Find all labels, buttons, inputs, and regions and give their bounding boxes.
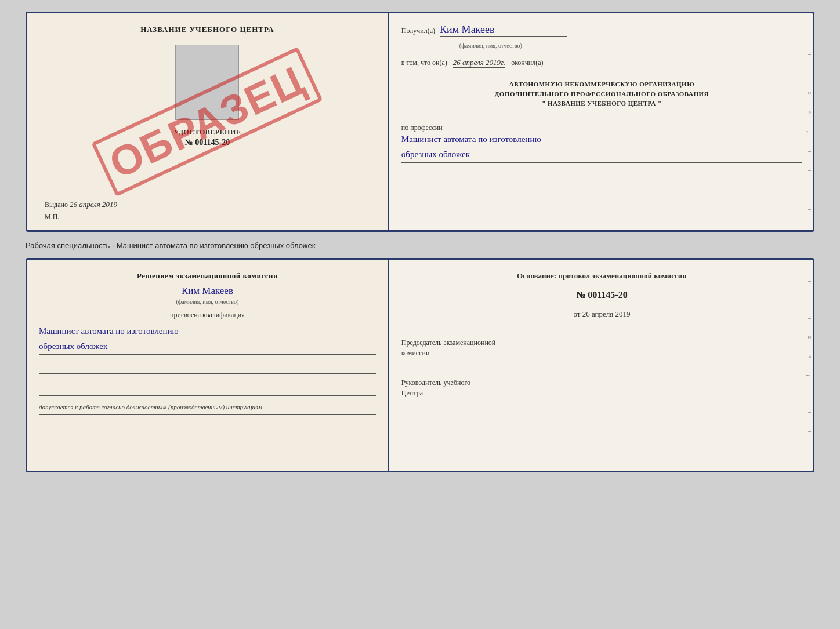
- director-signature-line: [401, 401, 494, 401]
- qual-bottom-line: [39, 414, 376, 415]
- qual-right-panel: Основание: протокол экзаменационной коми…: [389, 260, 813, 471]
- qual-protocol-number: № 001145-20: [401, 290, 802, 300]
- chairman-label: Председатель экзаменационной комиссии: [401, 337, 802, 358]
- in-that-label: в том, что он(а): [401, 59, 447, 67]
- cert-issued-line: Выдано 26 апреля 2019: [45, 200, 117, 209]
- completed-label: окончил(а): [511, 59, 543, 67]
- qual-admission-underlined: работе согласно должностным (производств…: [79, 403, 262, 410]
- cert-school-name: НАЗВАНИЕ УЧЕБНОГО ЦЕНТРА: [140, 25, 274, 34]
- cert-right-panel: Получил(а) Ким Макеев – (фамилия, имя, о…: [389, 13, 813, 230]
- qual-basis-text: Основание: протокол экзаменационной коми…: [401, 270, 802, 282]
- org-line1: АВТОНОМНУЮ НЕКОММЕРЧЕСКУЮ ОРГАНИЗАЦИЮ: [401, 79, 802, 89]
- qual-left-panel: Решением экзаменационной комиссии Ким Ма…: [27, 260, 389, 471]
- qual-name-sublabel: (фамилия, имя, отчество): [176, 299, 238, 305]
- middle-caption: Рабочая специальность - Машинист автомат…: [26, 238, 814, 252]
- certificate-card: НАЗВАНИЕ УЧЕБНОГО ЦЕНТРА УДОСТОВЕРЕНИЕ №…: [26, 12, 814, 232]
- profession-label: по профессии: [401, 123, 802, 132]
- decision-text: Решением экзаменационной комиссии: [39, 270, 376, 282]
- right-edge-dashes: – – – и а ← – – – –: [801, 13, 813, 230]
- org-line2: ДОПОЛНИТЕЛЬНОГО ПРОФЕССИОНАЛЬНОГО ОБРАЗО…: [401, 89, 802, 99]
- qual-applicant-name: Ким Макеев: [182, 285, 233, 297]
- qual-handwritten2: обрезных обложек: [39, 339, 376, 355]
- cert-doc-type: УДОСТОВЕРЕНИЕ: [174, 128, 241, 137]
- cert-left-panel: НАЗВАНИЕ УЧЕБНОГО ЦЕНТРА УДОСТОВЕРЕНИЕ №…: [27, 13, 389, 230]
- assigned-text: присвоена квалификация: [39, 311, 376, 319]
- cert-issued-label: Выдано: [45, 201, 68, 209]
- qual-protocol-date: от 26 апреля 2019: [401, 310, 802, 319]
- cert-mp: М.П.: [45, 213, 59, 221]
- chairman-signature-line: [401, 361, 494, 361]
- qual-empty-lines: [39, 364, 376, 398]
- cert-number: № 001145-20: [185, 138, 230, 147]
- cert-photo-placeholder: [175, 45, 239, 120]
- qual-right-edge-dashes: – – – и а ← – – – –: [801, 260, 813, 471]
- completion-date: 26 апреля 2019г.: [453, 58, 505, 68]
- qualification-card: Решением экзаменационной комиссии Ким Ма…: [26, 258, 814, 472]
- name-sublabel: (фамилия, имя, отчество): [459, 42, 802, 49]
- org-line3: " НАЗВАНИЕ УЧЕБНОГО ЦЕНТРА ": [401, 99, 802, 108]
- qual-admission-text: допускается к работе согласно должностны…: [39, 403, 376, 410]
- received-label: Получил(а): [401, 27, 435, 35]
- profession-handwritten1: Машинист автомата по изготовлению: [401, 132, 802, 148]
- cert-issued-date: 26 апреля 2019: [70, 200, 117, 209]
- document-wrapper: НАЗВАНИЕ УЧЕБНОГО ЦЕНТРА УДОСТОВЕРЕНИЕ №…: [26, 12, 814, 472]
- profession-handwritten2: обрезных обложек: [401, 147, 802, 163]
- recipient-name: Ким Макеев: [440, 24, 567, 37]
- director-label: Руководитель учебного Центра: [401, 377, 802, 398]
- qual-handwritten1: Машинист автомата по изготовлению: [39, 324, 376, 340]
